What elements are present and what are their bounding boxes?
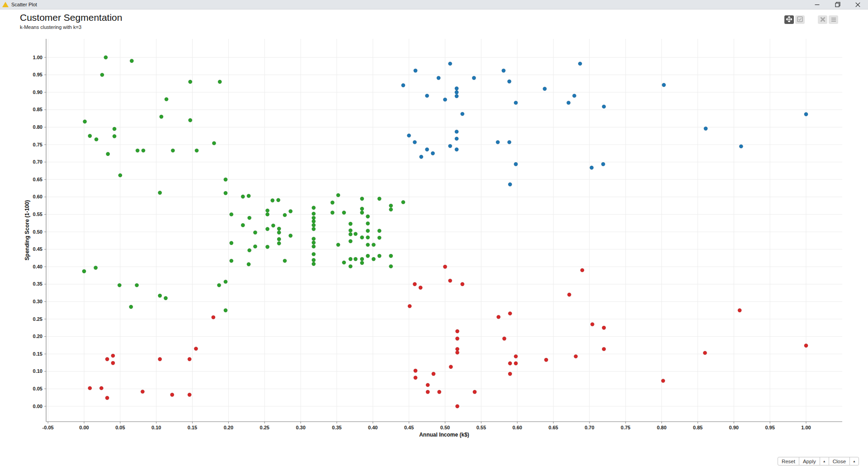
data-point-cluster-2-blue[interactable] [420,155,423,159]
data-point-cluster-3-red[interactable] [111,354,115,357]
data-point-cluster-2-blue[interactable] [448,144,452,148]
data-point-cluster-3-red[interactable] [455,329,459,333]
data-point-cluster-1-green[interactable] [389,264,393,268]
data-point-cluster-1-green[interactable] [349,229,352,232]
data-point-cluster-1-green[interactable] [354,257,357,261]
data-point-cluster-1-green[interactable] [171,149,175,152]
data-point-cluster-1-green[interactable] [265,227,269,231]
data-point-cluster-1-green[interactable] [217,283,221,287]
data-point-cluster-3-red[interactable] [497,315,500,319]
data-point-cluster-3-red[interactable] [574,354,577,358]
data-point-cluster-1-green[interactable] [218,80,222,84]
data-point-cluster-1-green[interactable] [366,229,369,233]
data-point-cluster-1-green[interactable] [248,216,251,220]
data-point-cluster-2-blue[interactable] [704,127,708,130]
data-point-cluster-1-green[interactable] [312,252,316,256]
data-point-cluster-1-green[interactable] [289,209,292,213]
data-point-cluster-1-green[interactable] [360,207,364,211]
data-point-cluster-1-green[interactable] [224,178,227,181]
data-point-cluster-1-green[interactable] [401,200,405,204]
data-point-cluster-2-blue[interactable] [514,101,518,104]
data-point-cluster-1-green[interactable] [136,149,139,152]
data-point-cluster-3-red[interactable] [443,265,447,268]
data-point-cluster-1-green[interactable] [349,232,352,236]
data-point-cluster-3-red[interactable] [194,347,198,350]
data-point-cluster-1-green[interactable] [241,223,245,227]
data-point-cluster-2-blue[interactable] [455,148,458,151]
data-point-cluster-3-red[interactable] [508,372,512,376]
data-point-cluster-2-blue[interactable] [455,130,458,133]
data-point-cluster-1-green[interactable] [165,97,168,101]
data-point-cluster-2-blue[interactable] [496,140,500,144]
data-point-cluster-2-blue[interactable] [455,90,458,94]
data-point-cluster-3-red[interactable] [514,362,518,365]
data-point-cluster-3-red[interactable] [455,351,459,354]
data-point-cluster-1-green[interactable] [253,230,257,234]
data-point-cluster-1-green[interactable] [113,134,116,138]
data-point-cluster-1-green[interactable] [277,241,281,245]
data-point-cluster-3-red[interactable] [432,372,435,376]
data-point-cluster-2-blue[interactable] [455,94,458,98]
data-point-cluster-1-green[interactable] [354,232,357,235]
data-point-cluster-2-blue[interactable] [566,101,570,104]
data-point-cluster-3-red[interactable] [703,351,707,355]
data-point-cluster-1-green[interactable] [372,243,375,246]
data-point-cluster-1-green[interactable] [360,211,364,214]
data-point-cluster-2-blue[interactable] [472,76,476,80]
data-point-cluster-1-green[interactable] [88,134,92,138]
data-point-cluster-2-blue[interactable] [572,94,576,98]
data-point-cluster-1-green[interactable] [100,73,104,76]
close-options-arrow-button[interactable]: ▲ [849,457,859,465]
data-point-cluster-1-green[interactable] [312,212,316,216]
close-button[interactable]: Close [829,457,850,465]
data-point-cluster-1-green[interactable] [271,224,275,227]
data-point-cluster-3-red[interactable] [170,393,174,396]
data-point-cluster-3-red[interactable] [188,393,191,396]
data-point-cluster-2-blue[interactable] [507,80,511,83]
data-point-cluster-3-red[interactable] [455,337,459,340]
data-point-cluster-1-green[interactable] [158,294,162,297]
data-point-cluster-1-green[interactable] [230,259,233,263]
data-point-cluster-1-green[interactable] [189,80,192,84]
data-point-cluster-3-red[interactable] [473,390,476,394]
data-point-cluster-1-green[interactable] [289,234,292,237]
data-point-cluster-3-red[interactable] [438,390,441,394]
data-point-cluster-3-red[interactable] [804,344,808,348]
data-point-cluster-1-green[interactable] [312,216,316,220]
data-point-cluster-1-green[interactable] [104,56,108,59]
data-point-cluster-3-red[interactable] [105,357,109,361]
data-point-cluster-1-green[interactable] [265,245,269,249]
data-point-cluster-1-green[interactable] [377,197,381,201]
data-point-cluster-3-red[interactable] [188,357,191,361]
data-point-cluster-1-green[interactable] [330,211,334,214]
data-point-cluster-1-green[interactable] [82,269,86,273]
data-point-cluster-1-green[interactable] [130,59,133,63]
data-point-cluster-1-green[interactable] [312,227,316,231]
data-point-cluster-3-red[interactable] [111,361,115,365]
data-point-cluster-3-red[interactable] [461,282,464,286]
data-point-cluster-1-green[interactable] [312,206,316,210]
data-point-cluster-2-blue[interactable] [401,84,405,87]
data-point-cluster-3-red[interactable] [413,282,416,286]
data-point-cluster-2-blue[interactable] [425,148,429,151]
data-point-cluster-1-green[interactable] [360,257,364,261]
data-point-cluster-2-blue[interactable] [662,83,665,87]
restore-button[interactable] [827,0,848,9]
data-point-cluster-3-red[interactable] [141,390,144,393]
data-point-cluster-1-green[interactable] [277,230,281,234]
data-point-cluster-1-green[interactable] [265,212,269,216]
data-point-cluster-1-green[interactable] [247,263,250,266]
data-point-cluster-1-green[interactable] [389,204,393,207]
data-point-cluster-1-green[interactable] [312,262,316,266]
apply-options-arrow-button[interactable]: ▲ [820,457,829,465]
data-point-cluster-1-green[interactable] [312,258,316,262]
data-point-cluster-2-blue[interactable] [804,113,808,116]
data-point-cluster-1-green[interactable] [158,191,162,194]
data-point-cluster-1-green[interactable] [195,149,198,152]
data-point-cluster-2-blue[interactable] [413,140,416,144]
data-point-cluster-2-blue[interactable] [448,62,452,66]
data-point-cluster-3-red[interactable] [567,293,571,296]
close-icon[interactable] [848,0,868,9]
data-point-cluster-3-red[interactable] [105,396,109,400]
apply-button[interactable]: Apply [799,457,820,465]
